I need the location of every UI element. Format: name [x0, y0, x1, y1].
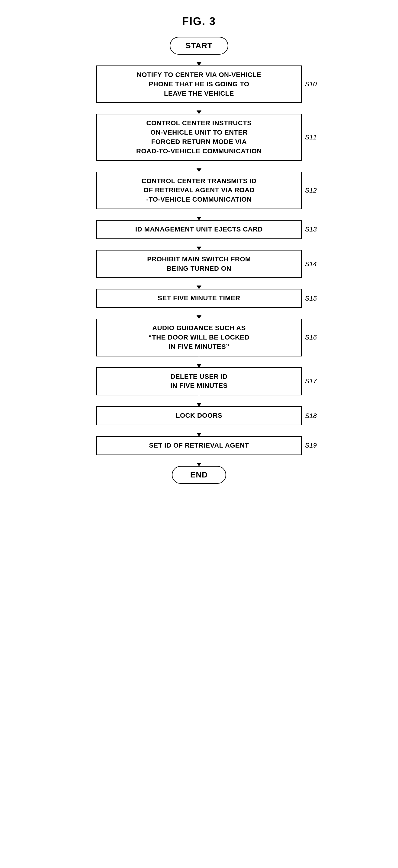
arrow-s13 — [199, 239, 199, 250]
arrow-s14 — [199, 278, 199, 289]
node-s17: DELETE USER ID IN FIVE MINUTES — [96, 367, 302, 396]
arrow-s16 — [199, 356, 199, 367]
node-s14: PROHIBIT MAIN SWITCH FROM BEING TURNED O… — [96, 250, 302, 278]
arrow-s12 — [199, 209, 199, 220]
arrow-s10 — [199, 103, 199, 114]
node-s19: SET ID OF RETRIEVAL AGENT — [96, 436, 302, 455]
step-label-s13: S13 — [305, 225, 317, 233]
node-s16: AUDIO GUIDANCE SUCH AS “THE DOOR WILL BE… — [96, 319, 302, 356]
step-label-s10: S10 — [305, 80, 317, 88]
step-label-s14: S14 — [305, 260, 317, 268]
node-wrapper-s15: SET FIVE MINUTE TIMERS15 — [63, 289, 335, 308]
node-wrapper-s18: LOCK DOORSS18 — [63, 406, 335, 425]
node-s12: CONTROL CENTER TRANSMITS ID OF RETRIEVAL… — [96, 172, 302, 209]
flowchart: STARTNOTIFY TO CENTER VIA ON-VEHICLE PHO… — [63, 37, 335, 484]
arrow-start — [199, 55, 199, 65]
arrow-s11 — [199, 161, 199, 172]
node-wrapper-s17: DELETE USER ID IN FIVE MINUTESS17 — [63, 367, 335, 396]
arrow-s18 — [199, 425, 199, 436]
node-s13: ID MANAGEMENT UNIT EJECTS CARD — [96, 220, 302, 239]
arrow-s19 — [199, 455, 199, 466]
arrow-s17 — [199, 395, 199, 406]
step-label-s18: S18 — [305, 412, 317, 420]
arrow-s15 — [199, 308, 199, 319]
step-label-s17: S17 — [305, 377, 317, 385]
node-wrapper-s13: ID MANAGEMENT UNIT EJECTS CARDS13 — [63, 220, 335, 239]
node-end: END — [172, 466, 226, 484]
figure-title: FIG. 3 — [182, 15, 216, 28]
node-wrapper-end: END — [63, 466, 335, 484]
step-label-s16: S16 — [305, 334, 317, 341]
node-s10: NOTIFY TO CENTER VIA ON-VEHICLE PHONE TH… — [96, 65, 302, 103]
node-wrapper-s12: CONTROL CENTER TRANSMITS ID OF RETRIEVAL… — [63, 172, 335, 209]
node-wrapper-s14: PROHIBIT MAIN SWITCH FROM BEING TURNED O… — [63, 250, 335, 278]
node-s11: CONTROL CENTER INSTRUCTS ON-VEHICLE UNIT… — [96, 114, 302, 161]
node-s18: LOCK DOORS — [96, 406, 302, 425]
node-wrapper-start: START — [63, 37, 335, 55]
step-label-s15: S15 — [305, 294, 317, 302]
node-wrapper-s19: SET ID OF RETRIEVAL AGENTS19 — [63, 436, 335, 455]
node-wrapper-s11: CONTROL CENTER INSTRUCTS ON-VEHICLE UNIT… — [63, 114, 335, 161]
step-label-s11: S11 — [305, 133, 317, 141]
node-wrapper-s10: NOTIFY TO CENTER VIA ON-VEHICLE PHONE TH… — [63, 65, 335, 103]
step-label-s19: S19 — [305, 441, 317, 450]
step-label-s12: S12 — [305, 187, 317, 194]
node-start: START — [170, 37, 228, 55]
node-wrapper-s16: AUDIO GUIDANCE SUCH AS “THE DOOR WILL BE… — [63, 319, 335, 356]
page: FIG. 3 STARTNOTIFY TO CENTER VIA ON-VEHI… — [63, 6, 335, 862]
node-s15: SET FIVE MINUTE TIMER — [96, 289, 302, 308]
